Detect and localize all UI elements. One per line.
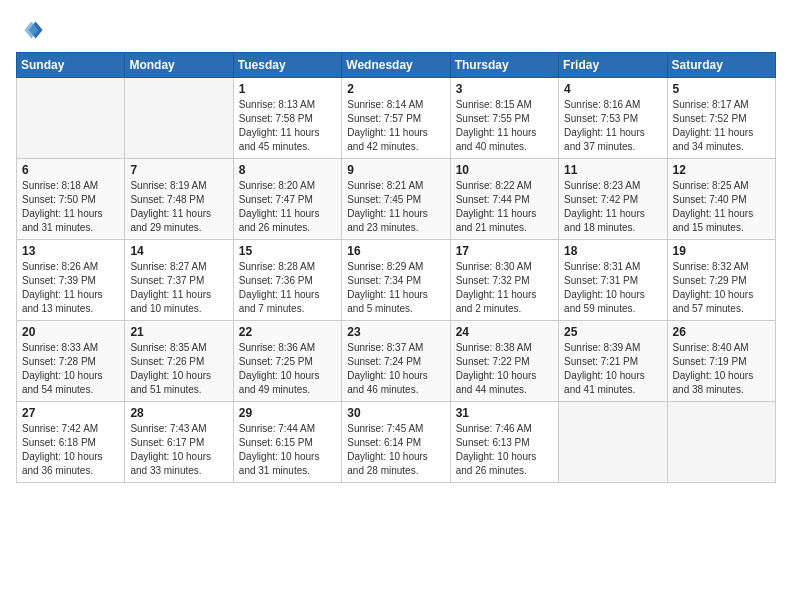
weekday-header-thursday: Thursday xyxy=(450,53,558,78)
calendar-cell: 15Sunrise: 8:28 AM Sunset: 7:36 PM Dayli… xyxy=(233,240,341,321)
day-number: 30 xyxy=(347,406,444,420)
day-number: 3 xyxy=(456,82,553,96)
calendar-cell: 27Sunrise: 7:42 AM Sunset: 6:18 PM Dayli… xyxy=(17,402,125,483)
day-number: 1 xyxy=(239,82,336,96)
day-number: 4 xyxy=(564,82,661,96)
day-number: 23 xyxy=(347,325,444,339)
calendar-cell: 24Sunrise: 8:38 AM Sunset: 7:22 PM Dayli… xyxy=(450,321,558,402)
calendar-cell xyxy=(667,402,775,483)
day-info: Sunrise: 7:45 AM Sunset: 6:14 PM Dayligh… xyxy=(347,422,444,478)
calendar-cell xyxy=(125,78,233,159)
day-number: 18 xyxy=(564,244,661,258)
day-info: Sunrise: 8:33 AM Sunset: 7:28 PM Dayligh… xyxy=(22,341,119,397)
day-number: 28 xyxy=(130,406,227,420)
day-number: 19 xyxy=(673,244,770,258)
calendar-cell: 5Sunrise: 8:17 AM Sunset: 7:52 PM Daylig… xyxy=(667,78,775,159)
calendar-cell: 4Sunrise: 8:16 AM Sunset: 7:53 PM Daylig… xyxy=(559,78,667,159)
day-number: 26 xyxy=(673,325,770,339)
day-number: 11 xyxy=(564,163,661,177)
day-number: 10 xyxy=(456,163,553,177)
day-info: Sunrise: 8:19 AM Sunset: 7:48 PM Dayligh… xyxy=(130,179,227,235)
calendar-cell: 14Sunrise: 8:27 AM Sunset: 7:37 PM Dayli… xyxy=(125,240,233,321)
calendar-cell: 18Sunrise: 8:31 AM Sunset: 7:31 PM Dayli… xyxy=(559,240,667,321)
day-info: Sunrise: 8:18 AM Sunset: 7:50 PM Dayligh… xyxy=(22,179,119,235)
day-info: Sunrise: 8:15 AM Sunset: 7:55 PM Dayligh… xyxy=(456,98,553,154)
day-info: Sunrise: 8:22 AM Sunset: 7:44 PM Dayligh… xyxy=(456,179,553,235)
calendar-cell: 29Sunrise: 7:44 AM Sunset: 6:15 PM Dayli… xyxy=(233,402,341,483)
calendar-cell: 9Sunrise: 8:21 AM Sunset: 7:45 PM Daylig… xyxy=(342,159,450,240)
weekday-header-sunday: Sunday xyxy=(17,53,125,78)
day-number: 8 xyxy=(239,163,336,177)
calendar-cell: 16Sunrise: 8:29 AM Sunset: 7:34 PM Dayli… xyxy=(342,240,450,321)
day-info: Sunrise: 8:37 AM Sunset: 7:24 PM Dayligh… xyxy=(347,341,444,397)
calendar-cell xyxy=(17,78,125,159)
day-info: Sunrise: 7:44 AM Sunset: 6:15 PM Dayligh… xyxy=(239,422,336,478)
calendar-cell: 13Sunrise: 8:26 AM Sunset: 7:39 PM Dayli… xyxy=(17,240,125,321)
calendar-cell: 6Sunrise: 8:18 AM Sunset: 7:50 PM Daylig… xyxy=(17,159,125,240)
weekday-header-wednesday: Wednesday xyxy=(342,53,450,78)
calendar-cell: 3Sunrise: 8:15 AM Sunset: 7:55 PM Daylig… xyxy=(450,78,558,159)
calendar-week-4: 20Sunrise: 8:33 AM Sunset: 7:28 PM Dayli… xyxy=(17,321,776,402)
day-number: 7 xyxy=(130,163,227,177)
day-info: Sunrise: 7:42 AM Sunset: 6:18 PM Dayligh… xyxy=(22,422,119,478)
day-number: 25 xyxy=(564,325,661,339)
day-number: 14 xyxy=(130,244,227,258)
day-info: Sunrise: 8:28 AM Sunset: 7:36 PM Dayligh… xyxy=(239,260,336,316)
day-info: Sunrise: 8:16 AM Sunset: 7:53 PM Dayligh… xyxy=(564,98,661,154)
calendar-cell: 23Sunrise: 8:37 AM Sunset: 7:24 PM Dayli… xyxy=(342,321,450,402)
day-number: 15 xyxy=(239,244,336,258)
day-info: Sunrise: 8:27 AM Sunset: 7:37 PM Dayligh… xyxy=(130,260,227,316)
day-number: 9 xyxy=(347,163,444,177)
calendar-cell: 20Sunrise: 8:33 AM Sunset: 7:28 PM Dayli… xyxy=(17,321,125,402)
day-info: Sunrise: 8:40 AM Sunset: 7:19 PM Dayligh… xyxy=(673,341,770,397)
day-number: 29 xyxy=(239,406,336,420)
weekday-header-tuesday: Tuesday xyxy=(233,53,341,78)
day-info: Sunrise: 8:26 AM Sunset: 7:39 PM Dayligh… xyxy=(22,260,119,316)
day-info: Sunrise: 8:30 AM Sunset: 7:32 PM Dayligh… xyxy=(456,260,553,316)
calendar-table: SundayMondayTuesdayWednesdayThursdayFrid… xyxy=(16,52,776,483)
day-number: 13 xyxy=(22,244,119,258)
calendar-week-2: 6Sunrise: 8:18 AM Sunset: 7:50 PM Daylig… xyxy=(17,159,776,240)
day-info: Sunrise: 8:32 AM Sunset: 7:29 PM Dayligh… xyxy=(673,260,770,316)
calendar-cell: 17Sunrise: 8:30 AM Sunset: 7:32 PM Dayli… xyxy=(450,240,558,321)
day-number: 2 xyxy=(347,82,444,96)
day-info: Sunrise: 8:31 AM Sunset: 7:31 PM Dayligh… xyxy=(564,260,661,316)
calendar-cell: 1Sunrise: 8:13 AM Sunset: 7:58 PM Daylig… xyxy=(233,78,341,159)
day-info: Sunrise: 8:17 AM Sunset: 7:52 PM Dayligh… xyxy=(673,98,770,154)
calendar-cell: 12Sunrise: 8:25 AM Sunset: 7:40 PM Dayli… xyxy=(667,159,775,240)
day-number: 21 xyxy=(130,325,227,339)
calendar-cell: 26Sunrise: 8:40 AM Sunset: 7:19 PM Dayli… xyxy=(667,321,775,402)
day-info: Sunrise: 8:29 AM Sunset: 7:34 PM Dayligh… xyxy=(347,260,444,316)
day-number: 31 xyxy=(456,406,553,420)
day-info: Sunrise: 7:46 AM Sunset: 6:13 PM Dayligh… xyxy=(456,422,553,478)
day-number: 20 xyxy=(22,325,119,339)
day-info: Sunrise: 8:14 AM Sunset: 7:57 PM Dayligh… xyxy=(347,98,444,154)
day-info: Sunrise: 8:36 AM Sunset: 7:25 PM Dayligh… xyxy=(239,341,336,397)
day-number: 6 xyxy=(22,163,119,177)
day-info: Sunrise: 8:21 AM Sunset: 7:45 PM Dayligh… xyxy=(347,179,444,235)
calendar-cell: 31Sunrise: 7:46 AM Sunset: 6:13 PM Dayli… xyxy=(450,402,558,483)
day-number: 22 xyxy=(239,325,336,339)
day-number: 16 xyxy=(347,244,444,258)
logo xyxy=(16,16,48,44)
calendar-cell: 8Sunrise: 8:20 AM Sunset: 7:47 PM Daylig… xyxy=(233,159,341,240)
calendar-cell: 11Sunrise: 8:23 AM Sunset: 7:42 PM Dayli… xyxy=(559,159,667,240)
weekday-header-monday: Monday xyxy=(125,53,233,78)
header xyxy=(16,16,776,44)
day-info: Sunrise: 8:13 AM Sunset: 7:58 PM Dayligh… xyxy=(239,98,336,154)
calendar-cell: 10Sunrise: 8:22 AM Sunset: 7:44 PM Dayli… xyxy=(450,159,558,240)
day-number: 5 xyxy=(673,82,770,96)
day-info: Sunrise: 8:39 AM Sunset: 7:21 PM Dayligh… xyxy=(564,341,661,397)
calendar-cell: 25Sunrise: 8:39 AM Sunset: 7:21 PM Dayli… xyxy=(559,321,667,402)
calendar-cell: 19Sunrise: 8:32 AM Sunset: 7:29 PM Dayli… xyxy=(667,240,775,321)
weekday-header-saturday: Saturday xyxy=(667,53,775,78)
calendar-week-5: 27Sunrise: 7:42 AM Sunset: 6:18 PM Dayli… xyxy=(17,402,776,483)
day-info: Sunrise: 8:20 AM Sunset: 7:47 PM Dayligh… xyxy=(239,179,336,235)
calendar-cell xyxy=(559,402,667,483)
day-info: Sunrise: 8:38 AM Sunset: 7:22 PM Dayligh… xyxy=(456,341,553,397)
calendar-week-3: 13Sunrise: 8:26 AM Sunset: 7:39 PM Dayli… xyxy=(17,240,776,321)
calendar-cell: 28Sunrise: 7:43 AM Sunset: 6:17 PM Dayli… xyxy=(125,402,233,483)
calendar-cell: 30Sunrise: 7:45 AM Sunset: 6:14 PM Dayli… xyxy=(342,402,450,483)
day-info: Sunrise: 8:25 AM Sunset: 7:40 PM Dayligh… xyxy=(673,179,770,235)
day-info: Sunrise: 8:23 AM Sunset: 7:42 PM Dayligh… xyxy=(564,179,661,235)
